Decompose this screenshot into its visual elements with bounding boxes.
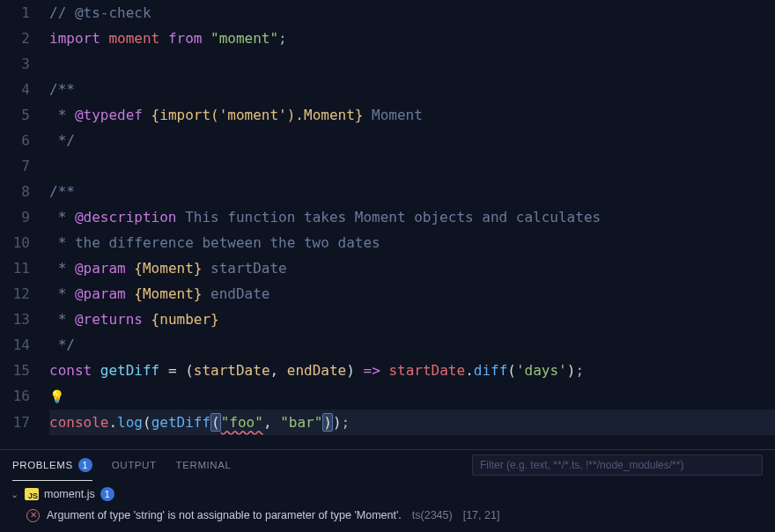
token: /** (49, 183, 75, 200)
token: * (49, 209, 75, 225)
code-line[interactable]: 17console.log(getDiff("foo", "bar")); (0, 410, 775, 435)
token (143, 311, 151, 328)
code-line[interactable]: 4/** (0, 77, 775, 102)
code-content[interactable]: * @param {Moment} startDate (49, 255, 775, 281)
code-line[interactable]: 13 * @returns {number} (0, 307, 775, 332)
problem-code: ts(2345) (412, 509, 453, 521)
token: ( (185, 362, 194, 379)
code-line[interactable]: 9 * @description This function takes Mom… (0, 204, 775, 230)
problem-item[interactable]: ✕ Argument of type 'string' is not assig… (9, 505, 766, 526)
code-content[interactable]: 💡 (49, 383, 775, 410)
code-content[interactable]: * @description This function takes Momen… (49, 204, 775, 230)
token: , (263, 414, 272, 431)
code-content[interactable]: */ (49, 128, 775, 153)
line-number: 16 (0, 383, 49, 409)
token: "moment" (210, 30, 278, 47)
line-number: 11 (0, 255, 49, 281)
token: */ (49, 132, 75, 149)
code-line[interactable]: 5 * @typedef {import('moment').Moment} M… (0, 102, 775, 128)
line-number: 10 (0, 230, 49, 255)
line-number: 2 (0, 26, 49, 51)
token: ) (346, 362, 355, 379)
line-number: 1 (0, 0, 49, 26)
token: @param (75, 285, 126, 302)
problems-file-row[interactable]: ⌄ JS moment.js 1 (9, 484, 766, 505)
code-content[interactable]: /** (49, 179, 775, 204)
code-content[interactable]: */ (49, 332, 775, 358)
token (126, 285, 135, 302)
chevron-down-icon: ⌄ (9, 489, 19, 500)
code-content[interactable]: * @typedef {import('moment').Moment} Mom… (49, 102, 775, 128)
tab-terminal[interactable]: TERMINAL (176, 450, 232, 480)
line-number: 14 (0, 332, 49, 358)
token (177, 362, 186, 379)
token: /** (49, 81, 75, 98)
code-line[interactable]: 10 * the difference between the two date… (0, 230, 775, 255)
code-content[interactable]: console.log(getDiff("foo", "bar")); (49, 410, 775, 435)
token: ) (567, 362, 576, 379)
token (143, 107, 151, 123)
token: const (49, 362, 92, 379)
code-content[interactable]: * @param {Moment} endDate (49, 281, 775, 307)
token: @description (75, 209, 177, 225)
token: ; (342, 414, 351, 431)
code-line[interactable]: 15const getDiff = (startDate, endDate) =… (0, 358, 775, 383)
token (159, 362, 168, 379)
code-line[interactable]: 2import moment from "moment"; (0, 26, 775, 51)
problem-message: Argument of type 'string' is not assigna… (47, 509, 402, 521)
token (272, 414, 281, 431)
token: = (168, 362, 177, 379)
problems-filter-input[interactable] (472, 454, 763, 476)
token: getDiff (151, 414, 210, 431)
tab-output-label: OUTPUT (112, 460, 157, 470)
code-line[interactable]: 14 */ (0, 332, 775, 358)
code-content[interactable]: import moment from "moment"; (49, 26, 775, 51)
line-number: 12 (0, 281, 49, 307)
token: * (49, 107, 75, 123)
problem-location: [17, 21] (463, 509, 500, 521)
token: ; (575, 362, 584, 379)
token: @param (75, 260, 126, 277)
code-line[interactable]: 7 (0, 153, 775, 179)
token: endDate (287, 362, 346, 379)
code-line[interactable]: 16💡 (0, 383, 775, 410)
code-line[interactable]: 6 */ (0, 128, 775, 153)
token: , (270, 362, 279, 379)
problems-file-name: moment.js (44, 488, 95, 500)
code-content[interactable]: /** (49, 77, 775, 102)
code-editor[interactable]: 1// @ts-check2import moment from "moment… (0, 0, 775, 449)
token (92, 362, 100, 379)
token: * the difference between the two dates (49, 234, 380, 251)
token (278, 362, 287, 379)
token: endDate (202, 285, 269, 302)
token: ( (210, 413, 221, 432)
line-number: 8 (0, 179, 49, 204)
token: {import('moment').Moment} (151, 107, 364, 123)
code-line[interactable]: 12 * @param {Moment} endDate (0, 281, 775, 307)
code-content[interactable]: const getDiff = (startDate, endDate) => … (49, 358, 775, 383)
tab-problems-label: PROBLEMS (12, 460, 73, 470)
code-line[interactable]: 3 (0, 51, 775, 77)
file-problems-count-badge: 1 (100, 487, 114, 501)
lightbulb-icon[interactable]: 💡 (49, 384, 64, 410)
problems-list: ⌄ JS moment.js 1 ✕ Argument of type 'str… (0, 480, 775, 526)
token: startDate (202, 260, 286, 277)
token (100, 30, 109, 47)
token: {Moment} (134, 260, 202, 277)
token: ) (333, 414, 342, 431)
tab-output[interactable]: OUTPUT (112, 450, 157, 480)
token: * (49, 311, 75, 328)
token: => (364, 362, 380, 379)
token: Moment (363, 107, 422, 123)
token (159, 30, 168, 47)
code-content[interactable]: // @ts-check (49, 0, 775, 26)
token: */ (49, 336, 75, 353)
code-line[interactable]: 1// @ts-check (0, 0, 775, 26)
code-content[interactable]: * @returns {number} (49, 307, 775, 332)
code-content[interactable]: * the difference between the two dates (49, 230, 775, 255)
token: startDate (194, 362, 270, 379)
code-line[interactable]: 11 * @param {Moment} startDate (0, 255, 775, 281)
token: . (108, 414, 117, 431)
code-line[interactable]: 8/** (0, 179, 775, 204)
tab-problems[interactable]: PROBLEMS 1 (12, 451, 92, 481)
